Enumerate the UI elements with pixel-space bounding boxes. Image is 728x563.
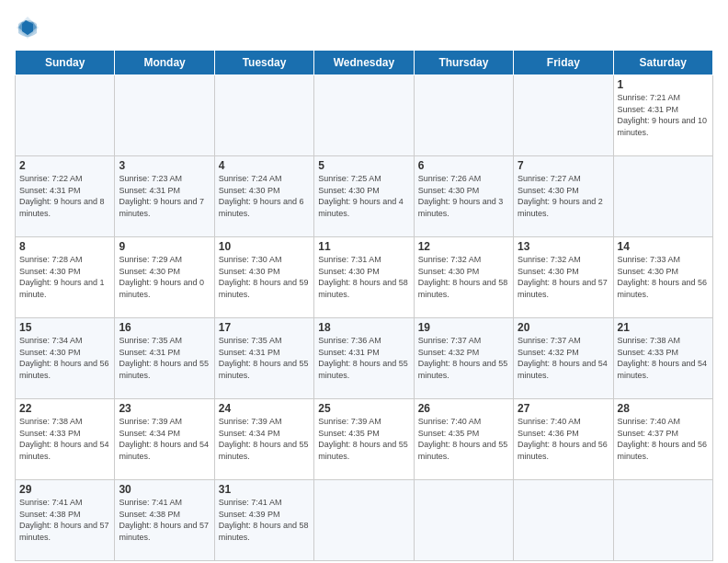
day-cell-4: 4Sunrise: 7:24 AMSunset: 4:30 PMDaylight…: [214, 156, 313, 237]
day-info: Sunrise: 7:41 AMSunset: 4:38 PMDaylight:…: [19, 497, 110, 543]
day-info: Sunrise: 7:40 AMSunset: 4:36 PMDaylight:…: [518, 416, 609, 462]
day-info: Sunrise: 7:22 AMSunset: 4:31 PMDaylight:…: [19, 173, 110, 219]
day-info: Sunrise: 7:38 AMSunset: 4:33 PMDaylight:…: [19, 416, 110, 462]
day-info: Sunrise: 7:39 AMSunset: 4:34 PMDaylight:…: [119, 416, 210, 462]
day-number: 4: [219, 159, 310, 172]
day-cell-18: 18Sunrise: 7:36 AMSunset: 4:31 PMDayligh…: [314, 318, 414, 399]
day-cell-12: 12Sunrise: 7:32 AMSunset: 4:30 PMDayligh…: [414, 237, 513, 318]
header-day-wednesday: Wednesday: [314, 51, 414, 75]
day-number: 9: [119, 240, 210, 253]
day-info: Sunrise: 7:23 AMSunset: 4:31 PMDaylight:…: [119, 173, 210, 219]
header-day-sunday: Sunday: [16, 51, 115, 75]
empty-cell: [314, 480, 414, 561]
empty-cell: [613, 156, 712, 237]
day-info: Sunrise: 7:34 AMSunset: 4:30 PMDaylight:…: [19, 335, 110, 381]
header-day-saturday: Saturday: [613, 51, 712, 75]
day-number: 7: [518, 159, 609, 172]
day-number: 3: [119, 159, 210, 172]
calendar-week-0: 1Sunrise: 7:21 AMSunset: 4:31 PMDaylight…: [16, 75, 713, 156]
day-info: Sunrise: 7:21 AMSunset: 4:31 PMDaylight:…: [618, 92, 709, 138]
header-row: SundayMondayTuesdayWednesdayThursdayFrid…: [16, 51, 713, 75]
day-cell-21: 21Sunrise: 7:38 AMSunset: 4:33 PMDayligh…: [613, 318, 712, 399]
calendar-week-3: 15Sunrise: 7:34 AMSunset: 4:30 PMDayligh…: [16, 318, 713, 399]
day-number: 27: [518, 402, 609, 415]
logo-icon: [15, 15, 40, 40]
page: SundayMondayTuesdayWednesdayThursdayFrid…: [0, 0, 728, 563]
day-number: 31: [219, 483, 310, 496]
header-day-monday: Monday: [115, 51, 214, 75]
day-info: Sunrise: 7:32 AMSunset: 4:30 PMDaylight:…: [518, 254, 609, 300]
header-day-tuesday: Tuesday: [214, 51, 313, 75]
day-info: Sunrise: 7:40 AMSunset: 4:35 PMDaylight:…: [418, 416, 509, 462]
empty-cell: [115, 75, 214, 156]
day-cell-11: 11Sunrise: 7:31 AMSunset: 4:30 PMDayligh…: [314, 237, 414, 318]
day-number: 25: [318, 402, 409, 415]
day-cell-14: 14Sunrise: 7:33 AMSunset: 4:30 PMDayligh…: [613, 237, 712, 318]
day-number: 12: [418, 240, 509, 253]
day-number: 24: [219, 402, 310, 415]
empty-cell: [414, 480, 513, 561]
day-number: 11: [318, 240, 409, 253]
day-cell-6: 6Sunrise: 7:26 AMSunset: 4:30 PMDaylight…: [414, 156, 513, 237]
empty-cell: [514, 480, 613, 561]
day-info: Sunrise: 7:36 AMSunset: 4:31 PMDaylight:…: [318, 335, 409, 381]
day-cell-24: 24Sunrise: 7:39 AMSunset: 4:34 PMDayligh…: [214, 399, 313, 480]
header-day-friday: Friday: [514, 51, 613, 75]
day-number: 14: [618, 240, 709, 253]
day-cell-13: 13Sunrise: 7:32 AMSunset: 4:30 PMDayligh…: [514, 237, 613, 318]
day-number: 5: [318, 159, 409, 172]
day-cell-3: 3Sunrise: 7:23 AMSunset: 4:31 PMDaylight…: [115, 156, 214, 237]
calendar-week-1: 2Sunrise: 7:22 AMSunset: 4:31 PMDaylight…: [16, 156, 713, 237]
day-info: Sunrise: 7:31 AMSunset: 4:30 PMDaylight:…: [318, 254, 409, 300]
empty-cell: [214, 75, 313, 156]
header-day-thursday: Thursday: [414, 51, 513, 75]
day-cell-23: 23Sunrise: 7:39 AMSunset: 4:34 PMDayligh…: [115, 399, 214, 480]
day-cell-28: 28Sunrise: 7:40 AMSunset: 4:37 PMDayligh…: [613, 399, 712, 480]
day-info: Sunrise: 7:32 AMSunset: 4:30 PMDaylight:…: [418, 254, 509, 300]
day-cell-25: 25Sunrise: 7:39 AMSunset: 4:35 PMDayligh…: [314, 399, 414, 480]
day-info: Sunrise: 7:38 AMSunset: 4:33 PMDaylight:…: [618, 335, 709, 381]
day-cell-26: 26Sunrise: 7:40 AMSunset: 4:35 PMDayligh…: [414, 399, 513, 480]
day-number: 23: [119, 402, 210, 415]
day-number: 10: [219, 240, 310, 253]
day-number: 19: [418, 321, 509, 334]
day-cell-30: 30Sunrise: 7:41 AMSunset: 4:38 PMDayligh…: [115, 480, 214, 561]
day-cell-16: 16Sunrise: 7:35 AMSunset: 4:31 PMDayligh…: [115, 318, 214, 399]
empty-cell: [514, 75, 613, 156]
day-info: Sunrise: 7:35 AMSunset: 4:31 PMDaylight:…: [219, 335, 310, 381]
day-cell-19: 19Sunrise: 7:37 AMSunset: 4:32 PMDayligh…: [414, 318, 513, 399]
empty-cell: [613, 480, 712, 561]
header: [15, 15, 713, 40]
day-number: 20: [518, 321, 609, 334]
calendar-table: SundayMondayTuesdayWednesdayThursdayFrid…: [15, 50, 713, 561]
day-cell-20: 20Sunrise: 7:37 AMSunset: 4:32 PMDayligh…: [514, 318, 613, 399]
logo: [15, 15, 44, 40]
day-info: Sunrise: 7:27 AMSunset: 4:30 PMDaylight:…: [518, 173, 609, 219]
day-cell-8: 8Sunrise: 7:28 AMSunset: 4:30 PMDaylight…: [16, 237, 115, 318]
day-cell-29: 29Sunrise: 7:41 AMSunset: 4:38 PMDayligh…: [16, 480, 115, 561]
day-info: Sunrise: 7:24 AMSunset: 4:30 PMDaylight:…: [219, 173, 310, 219]
day-info: Sunrise: 7:39 AMSunset: 4:34 PMDaylight:…: [219, 416, 310, 462]
day-number: 29: [19, 483, 110, 496]
empty-cell: [16, 75, 115, 156]
day-info: Sunrise: 7:29 AMSunset: 4:30 PMDaylight:…: [119, 254, 210, 300]
day-number: 21: [618, 321, 709, 334]
empty-cell: [414, 75, 513, 156]
day-number: 15: [19, 321, 110, 334]
day-cell-7: 7Sunrise: 7:27 AMSunset: 4:30 PMDaylight…: [514, 156, 613, 237]
day-number: 26: [418, 402, 509, 415]
day-cell-2: 2Sunrise: 7:22 AMSunset: 4:31 PMDaylight…: [16, 156, 115, 237]
day-number: 16: [119, 321, 210, 334]
day-info: Sunrise: 7:37 AMSunset: 4:32 PMDaylight:…: [518, 335, 609, 381]
day-number: 17: [219, 321, 310, 334]
calendar-week-2: 8Sunrise: 7:28 AMSunset: 4:30 PMDaylight…: [16, 237, 713, 318]
day-info: Sunrise: 7:28 AMSunset: 4:30 PMDaylight:…: [19, 254, 110, 300]
day-cell-5: 5Sunrise: 7:25 AMSunset: 4:30 PMDaylight…: [314, 156, 414, 237]
day-number: 2: [19, 159, 110, 172]
day-cell-22: 22Sunrise: 7:38 AMSunset: 4:33 PMDayligh…: [16, 399, 115, 480]
day-number: 6: [418, 159, 509, 172]
day-info: Sunrise: 7:35 AMSunset: 4:31 PMDaylight:…: [119, 335, 210, 381]
day-number: 18: [318, 321, 409, 334]
day-info: Sunrise: 7:30 AMSunset: 4:30 PMDaylight:…: [219, 254, 310, 300]
day-number: 1: [618, 78, 709, 91]
